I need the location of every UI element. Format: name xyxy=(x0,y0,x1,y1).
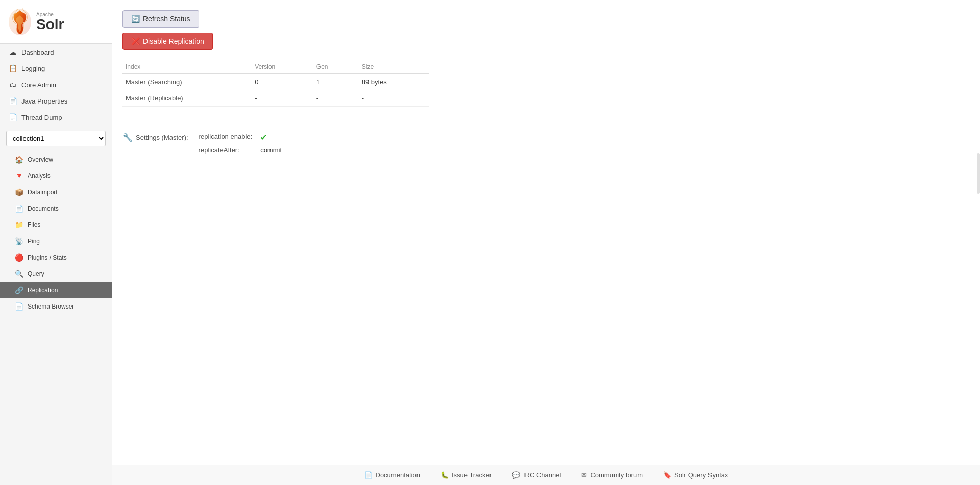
settings-label: 🔧 Settings (Master): xyxy=(122,133,188,142)
scrollbar-indicator[interactable] xyxy=(977,153,980,194)
row0-version: 0 xyxy=(252,74,313,90)
disable-label: Disable Replication xyxy=(143,37,204,45)
nav-item-query[interactable]: 🔍 Query xyxy=(0,266,112,282)
section-divider xyxy=(122,117,970,117)
community-forum-label: Community forum xyxy=(590,471,643,479)
nav-label-query: Query xyxy=(28,270,44,277)
nav-label-ping: Ping xyxy=(28,238,40,245)
nav-item-documents[interactable]: 📄 Documents xyxy=(0,200,112,217)
java-properties-icon: 📄 xyxy=(8,97,17,105)
collection-select[interactable]: collection1 xyxy=(6,131,106,146)
nav-label-files: Files xyxy=(28,221,40,228)
nav-label-analysis: Analysis xyxy=(28,172,51,180)
nav-label-dataimport: Dataimport xyxy=(28,189,58,196)
replication-icon: 🔗 xyxy=(14,286,23,294)
disable-icon: ❌ xyxy=(131,37,140,45)
analysis-icon: 🔻 xyxy=(14,172,23,180)
table-row: Master (Searching) 0 1 89 bytes xyxy=(122,74,429,90)
nav-label-core-admin: Core Admin xyxy=(21,81,56,89)
nav-item-ping[interactable]: 📡 Ping xyxy=(0,233,112,249)
settings-section: 🔧 Settings (Master): replication enable:… xyxy=(122,127,970,159)
nav-item-plugins-stats[interactable]: 🔴 Plugins / Stats xyxy=(0,249,112,266)
nav-label-documents: Documents xyxy=(28,205,59,212)
nav-item-java-properties[interactable]: 📄 Java Properties xyxy=(0,93,112,109)
nav-item-files[interactable]: 📁 Files xyxy=(0,217,112,233)
settings-val-0: ✔ xyxy=(260,133,282,142)
sidebar: Apache Solr ☁ Dashboard 📋 Logging 🗂 Core… xyxy=(0,0,112,485)
footer-link-documentation[interactable]: 📄 Documentation xyxy=(364,471,420,479)
schema-browser-icon: 📄 xyxy=(14,302,23,311)
disable-replication-button[interactable]: ❌ Disable Replication xyxy=(122,33,213,50)
issue-tracker-label: Issue Tracker xyxy=(452,471,492,479)
overview-icon: 🏠 xyxy=(14,156,23,164)
nav-label-replication: Replication xyxy=(28,287,58,294)
nav-item-logging[interactable]: 📋 Logging xyxy=(0,60,112,76)
irc-channel-icon: 💬 xyxy=(512,471,520,479)
solr-query-syntax-label: Solr Query Syntax xyxy=(674,471,728,479)
footer-link-solr-query-syntax[interactable]: 🔖 Solr Query Syntax xyxy=(663,471,728,479)
nav-item-dashboard[interactable]: ☁ Dashboard xyxy=(0,44,112,60)
footer-link-issue-tracker[interactable]: 🐛 Issue Tracker xyxy=(440,471,492,479)
settings-icon: 🔧 xyxy=(122,133,133,142)
nav-label-java-properties: Java Properties xyxy=(21,97,67,105)
solr-logo-flame xyxy=(8,8,32,36)
index-table: Index Version Gen Size Master (Searching… xyxy=(122,60,429,107)
logging-icon: 📋 xyxy=(8,64,17,72)
settings-val-1: commit xyxy=(260,146,282,154)
main-nav: ☁ Dashboard 📋 Logging 🗂 Core Admin 📄 Jav… xyxy=(0,44,112,125)
row1-index: Master (Replicable) xyxy=(122,90,252,107)
col-header-gen: Gen xyxy=(313,60,359,74)
refresh-icon: 🔄 xyxy=(131,15,140,23)
nav-label-logging: Logging xyxy=(21,65,45,72)
settings-key-0: replication enable: xyxy=(199,133,253,142)
documentation-label: Documentation xyxy=(376,471,420,479)
row1-size: - xyxy=(359,90,429,107)
nav-label-plugins-stats: Plugins / Stats xyxy=(28,254,67,261)
col-header-index: Index xyxy=(122,60,252,74)
ping-icon: 📡 xyxy=(14,237,23,245)
settings-key-1: replicateAfter: xyxy=(199,146,253,154)
nav-item-dataimport[interactable]: 📦 Dataimport xyxy=(0,184,112,200)
solr-query-syntax-icon: 🔖 xyxy=(663,471,671,479)
sub-nav: 🏠 Overview 🔻 Analysis 📦 Dataimport 📄 Doc… xyxy=(0,151,112,315)
collection-selector: collection1 xyxy=(6,131,106,146)
solr-label: Solr xyxy=(36,17,64,32)
documents-icon: 📄 xyxy=(14,205,23,213)
footer: 📄 Documentation 🐛 Issue Tracker 💬 IRC Ch… xyxy=(112,465,980,485)
row0-gen: 1 xyxy=(313,74,359,90)
core-admin-icon: 🗂 xyxy=(8,81,17,89)
settings-label-text: Settings (Master): xyxy=(136,134,188,141)
documentation-icon: 📄 xyxy=(364,471,373,479)
row0-size: 89 bytes xyxy=(359,74,429,90)
table-row: Master (Replicable) - - - xyxy=(122,90,429,107)
footer-link-irc-channel[interactable]: 💬 IRC Channel xyxy=(512,471,561,479)
footer-link-community-forum[interactable]: ✉ Community forum xyxy=(581,471,643,479)
logo-text: Apache Solr xyxy=(36,12,64,32)
nav-item-schema-browser[interactable]: 📄 Schema Browser xyxy=(0,298,112,315)
refresh-status-button[interactable]: 🔄 Refresh Status xyxy=(122,10,199,28)
refresh-label: Refresh Status xyxy=(143,15,190,23)
col-header-size: Size xyxy=(359,60,429,74)
community-forum-icon: ✉ xyxy=(581,471,587,479)
nav-label-dashboard: Dashboard xyxy=(21,48,54,56)
row1-version: - xyxy=(252,90,313,107)
nav-item-thread-dump[interactable]: 📄 Thread Dump xyxy=(0,109,112,125)
nav-item-replication[interactable]: 🔗 Replication xyxy=(0,282,112,298)
nav-label-overview: Overview xyxy=(28,156,53,163)
nav-item-core-admin[interactable]: 🗂 Core Admin xyxy=(0,76,112,93)
row0-index: Master (Searching) xyxy=(122,74,252,90)
irc-channel-label: IRC Channel xyxy=(523,471,561,479)
main-panel: 🔄 Refresh Status ❌ Disable Replication I… xyxy=(112,0,980,485)
content-area: 🔄 Refresh Status ❌ Disable Replication I… xyxy=(112,0,980,465)
thread-dump-icon: 📄 xyxy=(8,113,17,121)
settings-grid: replication enable: ✔ replicateAfter: co… xyxy=(199,133,282,154)
query-icon: 🔍 xyxy=(14,270,23,278)
nav-label-thread-dump: Thread Dump xyxy=(21,114,62,121)
nav-item-analysis[interactable]: 🔻 Analysis xyxy=(0,168,112,184)
plugins-stats-icon: 🔴 xyxy=(14,253,23,262)
files-icon: 📁 xyxy=(14,221,23,229)
nav-item-overview[interactable]: 🏠 Overview xyxy=(0,151,112,168)
issue-tracker-icon: 🐛 xyxy=(440,471,449,479)
logo-area: Apache Solr xyxy=(0,0,112,44)
row1-gen: - xyxy=(313,90,359,107)
